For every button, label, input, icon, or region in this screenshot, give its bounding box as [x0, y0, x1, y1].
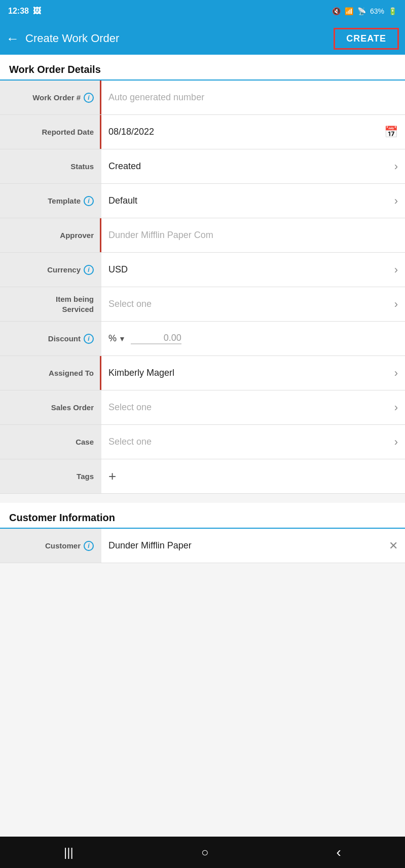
- field-currency: Currency i USD ›: [0, 253, 405, 287]
- page-title: Create Work Order: [25, 32, 119, 45]
- gallery-icon: 🖼: [33, 7, 41, 16]
- field-approver: Approver Dunder Mifflin Paper Com: [0, 218, 405, 253]
- info-icon-currency[interactable]: i: [84, 265, 94, 275]
- create-button[interactable]: CREATE: [334, 28, 399, 50]
- work-order-details-header: Work Order Details: [0, 55, 405, 81]
- value-status[interactable]: Created ›: [101, 149, 405, 183]
- work-order-form: Work Order # i Auto generated number Rep…: [0, 81, 405, 494]
- customer-form: Customer i Dunder Mifflin Paper ✕: [0, 529, 405, 563]
- status-value: Created: [108, 161, 141, 172]
- calendar-icon[interactable]: 📅: [384, 126, 398, 139]
- customer-value: Dunder Mifflin Paper: [108, 540, 192, 551]
- label-template: Template i: [0, 184, 101, 218]
- label-tags: Tags: [0, 459, 101, 493]
- value-customer[interactable]: Dunder Mifflin Paper ✕: [101, 529, 405, 563]
- app-bar-left: ← Create Work Order: [6, 31, 119, 47]
- placeholder-approver: Dunder Mifflin Paper Com: [108, 230, 213, 241]
- battery-indicator: 63%: [370, 7, 384, 15]
- label-case: Case: [0, 425, 101, 459]
- nav-recent-apps-icon[interactable]: |||: [64, 845, 73, 859]
- field-assigned-to: Assigned To Kimberly Magerl ›: [0, 356, 405, 390]
- chevron-right-icon: ›: [394, 298, 398, 311]
- discount-type-label: %: [108, 333, 117, 344]
- value-currency[interactable]: USD ›: [101, 253, 405, 287]
- date-value: 08/18/2022: [108, 127, 154, 137]
- field-reported-date: Reported Date 08/18/2022 📅: [0, 115, 405, 149]
- nav-back-icon[interactable]: ‹: [337, 844, 341, 860]
- field-template: Template i Default ›: [0, 184, 405, 218]
- discount-inner: % ▼: [108, 333, 398, 344]
- wifi-icon: 📶: [345, 7, 353, 15]
- add-tag-icon[interactable]: +: [108, 468, 116, 484]
- chevron-right-icon: ›: [394, 401, 398, 414]
- template-value: Default: [108, 195, 137, 206]
- field-customer: Customer i Dunder Mifflin Paper ✕: [0, 529, 405, 563]
- chevron-right-icon: ›: [394, 160, 398, 173]
- discount-type-selector[interactable]: % ▼: [108, 333, 126, 344]
- nav-home-icon[interactable]: ○: [201, 845, 209, 859]
- customer-information-header: Customer Information: [0, 503, 405, 529]
- label-work-order-number: Work Order # i: [0, 81, 101, 114]
- back-button[interactable]: ←: [6, 31, 19, 47]
- value-assigned-to[interactable]: Kimberly Magerl ›: [101, 356, 405, 390]
- label-customer: Customer i: [0, 529, 101, 563]
- field-discount: Discount i % ▼: [0, 322, 405, 356]
- info-icon-template[interactable]: i: [84, 196, 94, 206]
- placeholder-case: Select one: [108, 437, 152, 447]
- value-approver[interactable]: Dunder Mifflin Paper Com: [101, 218, 405, 252]
- value-reported-date[interactable]: 08/18/2022 📅: [101, 115, 405, 149]
- field-status: Status Created ›: [0, 149, 405, 184]
- signal-icon: 📡: [357, 7, 366, 15]
- time-display: 12:38: [8, 7, 29, 16]
- value-discount[interactable]: % ▼: [101, 322, 405, 356]
- chevron-right-icon: ›: [394, 194, 398, 208]
- label-reported-date: Reported Date: [0, 115, 101, 149]
- value-item-serviced[interactable]: Select one ›: [101, 287, 405, 321]
- placeholder-item-serviced: Select one: [108, 299, 152, 309]
- assigned-to-value: Kimberly Magerl: [108, 368, 174, 378]
- field-work-order-number: Work Order # i Auto generated number: [0, 81, 405, 115]
- label-assigned-to: Assigned To: [0, 356, 101, 390]
- info-icon-discount[interactable]: i: [84, 334, 94, 344]
- label-status: Status: [0, 149, 101, 183]
- mute-icon: 🔇: [332, 7, 341, 15]
- app-bar: ← Create Work Order CREATE: [0, 22, 405, 55]
- chevron-right-icon: ›: [394, 263, 398, 277]
- status-icons: 🔇 📶 📡 63% 🔋: [332, 7, 397, 15]
- close-customer-icon[interactable]: ✕: [389, 539, 398, 553]
- value-case[interactable]: Select one ›: [101, 425, 405, 459]
- info-icon-work-order[interactable]: i: [84, 93, 94, 103]
- placeholder-work-order: Auto generated number: [108, 92, 204, 103]
- battery-icon: 🔋: [388, 7, 397, 15]
- dropdown-arrow-icon: ▼: [119, 335, 126, 343]
- currency-value: USD: [108, 264, 128, 275]
- field-tags: Tags +: [0, 459, 405, 494]
- field-case: Case Select one ›: [0, 425, 405, 459]
- placeholder-sales-order: Select one: [108, 402, 152, 413]
- label-sales-order: Sales Order: [0, 390, 101, 424]
- value-tags[interactable]: +: [101, 459, 405, 493]
- label-approver: Approver: [0, 218, 101, 252]
- chevron-right-icon: ›: [394, 367, 398, 380]
- value-work-order-number[interactable]: Auto generated number: [101, 81, 405, 114]
- chevron-right-icon: ›: [394, 436, 398, 449]
- value-sales-order[interactable]: Select one ›: [101, 390, 405, 424]
- status-bar: 12:38 🖼 🔇 📶 📡 63% 🔋: [0, 0, 405, 22]
- field-sales-order: Sales Order Select one ›: [0, 390, 405, 425]
- discount-value-input[interactable]: [131, 333, 181, 344]
- label-discount: Discount i: [0, 322, 101, 356]
- label-item-serviced: Item beingServiced: [0, 287, 101, 321]
- label-currency: Currency i: [0, 253, 101, 287]
- bottom-navigation: ||| ○ ‹: [0, 837, 405, 868]
- info-icon-customer[interactable]: i: [84, 541, 94, 551]
- field-item-serviced: Item beingServiced Select one ›: [0, 287, 405, 322]
- status-time: 12:38 🖼: [8, 7, 41, 16]
- value-template[interactable]: Default ›: [101, 184, 405, 218]
